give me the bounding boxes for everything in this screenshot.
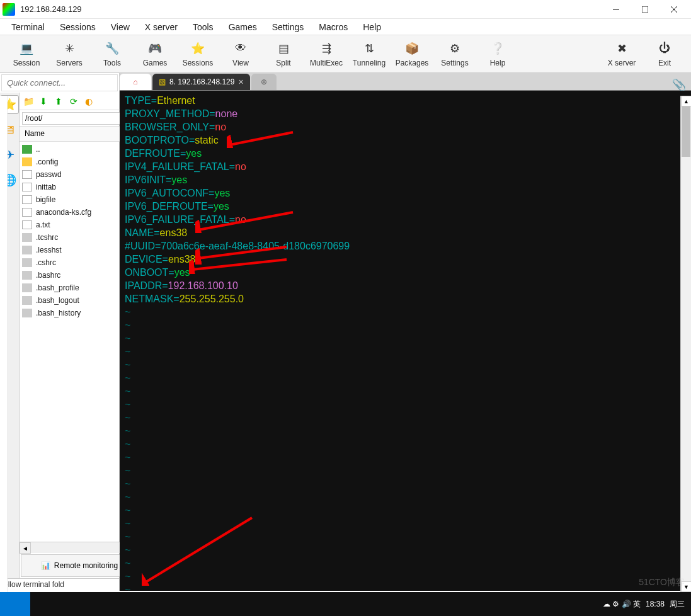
toolbar-exit[interactable]: ⏻Exit: [643, 37, 686, 72]
watermark: 51CTO博客: [639, 577, 685, 588]
download-icon[interactable]: ⬇: [37, 95, 50, 108]
app-icon: [3, 3, 15, 16]
folder-icon[interactable]: 📁: [22, 95, 35, 108]
settings-icon: ⚙: [447, 41, 462, 56]
tab-new[interactable]: ⊕: [251, 74, 277, 90]
clock-time[interactable]: 18:38: [646, 600, 665, 608]
upload-icon[interactable]: ⬆: [52, 95, 65, 108]
maximize-button[interactable]: [631, 0, 660, 19]
servers-icon: ✳: [62, 41, 77, 56]
menu-sessions[interactable]: Sessions: [54, 20, 102, 34]
toolbar-servers[interactable]: ✳Servers: [48, 37, 91, 72]
packages-icon: 📦: [404, 41, 420, 56]
toolbar-packages[interactable]: 📦Packages: [391, 37, 433, 72]
clock-day: 周三: [670, 599, 685, 610]
path-input[interactable]: [22, 112, 123, 125]
status-line: ollow terminal fold: [0, 578, 119, 591]
file-icon: [22, 183, 32, 191]
file-icon: [22, 258, 32, 267]
tab-label: 8. 192.168.248.129: [169, 77, 234, 86]
file-icon: [22, 220, 32, 229]
tunneling-icon: ⇅: [362, 41, 377, 56]
menu-tools[interactable]: Tools: [186, 20, 220, 34]
vertical-scrollbar[interactable]: ▲ ▼: [680, 96, 691, 592]
home-icon: ⌂: [133, 77, 137, 86]
scroll-thumb[interactable]: [682, 106, 690, 157]
minimize-button[interactable]: [602, 0, 631, 19]
sidebar: ⭐ 🖥 ✈ 🌐 📁 ⬇ ⬆ ⟳ ◐ ✓ Name ...configpa: [0, 73, 120, 591]
toolbar-split[interactable]: ▤Split: [262, 37, 305, 72]
toolbar-session[interactable]: 💻Session: [5, 37, 48, 72]
sessions-icon: ⭐: [190, 41, 205, 56]
monitor-icon: 📊: [41, 561, 50, 570]
toolbar-help[interactable]: ❔Help: [476, 37, 519, 72]
folder-icon: [22, 145, 32, 154]
tab-session[interactable]: ▧ 8. 192.168.248.129 ×: [152, 74, 250, 90]
menubar: TerminalSessionsViewX serverToolsGamesSe…: [0, 19, 691, 35]
partial-left-edge: [0, 96, 8, 592]
toolbar-sessions[interactable]: ⭐Sessions: [176, 37, 219, 72]
terminal-icon: ▧: [159, 77, 166, 86]
help-icon: ❔: [490, 41, 505, 56]
start-button[interactable]: [0, 592, 30, 616]
toolbar-multiexec[interactable]: ⇶MultiExec: [305, 37, 348, 72]
toolbar-games[interactable]: 🎮Games: [134, 37, 176, 72]
file-icon: [22, 233, 32, 242]
toolbar-tunneling[interactable]: ⇅Tunneling: [348, 37, 391, 72]
titlebar: 192.168.248.129: [0, 0, 691, 19]
file-icon: [22, 208, 32, 217]
scroll-left-icon[interactable]: ◄: [20, 542, 31, 554]
toolbar-tools[interactable]: 🔧Tools: [91, 37, 134, 72]
toolbar-x-server[interactable]: ✖X server: [600, 37, 643, 72]
menu-macros[interactable]: Macros: [312, 20, 354, 34]
exit-icon: ⏻: [657, 41, 672, 56]
tools-icon: 🔧: [105, 41, 120, 56]
menu-x-server[interactable]: X server: [139, 20, 184, 34]
scroll-up-icon[interactable]: ▲: [681, 96, 691, 106]
refresh-icon[interactable]: ⟳: [67, 95, 80, 108]
file-icon: [22, 296, 32, 305]
close-button[interactable]: [660, 0, 688, 19]
menu-games[interactable]: Games: [222, 20, 263, 34]
quick-connect-input[interactable]: [1, 74, 118, 91]
split-icon: ▤: [276, 41, 291, 56]
new-icon[interactable]: ◐: [83, 95, 95, 108]
svg-rect-1: [642, 6, 648, 13]
menu-help[interactable]: Help: [357, 20, 387, 34]
view-icon: 👁: [233, 41, 248, 56]
tray-icons[interactable]: ☁ ⚙ 🔊 英: [603, 599, 641, 610]
window-title: 192.168.248.129: [20, 4, 602, 14]
attachment-icon[interactable]: 📎: [672, 78, 686, 92]
tab-home[interactable]: ⌂: [120, 74, 151, 90]
tab-bar: ⌂ ▧ 8. 192.168.248.129 × ⊕: [120, 73, 691, 91]
toolbar-view[interactable]: 👁View: [219, 37, 262, 72]
taskbar: ☁ ⚙ 🔊 英 18:38 周三: [0, 592, 691, 616]
file-icon: [22, 170, 32, 179]
toolbar-settings[interactable]: ⚙Settings: [433, 37, 476, 72]
x server-icon: ✖: [614, 41, 629, 56]
file-icon: [22, 271, 32, 280]
multiexec-icon: ⇶: [319, 41, 334, 56]
menu-settings[interactable]: Settings: [266, 20, 311, 34]
file-icon: [22, 246, 32, 254]
file-icon: [22, 283, 32, 292]
games-icon: 🎮: [147, 41, 163, 56]
close-icon[interactable]: ×: [238, 77, 243, 87]
file-icon: [22, 309, 32, 317]
session-icon: 💻: [19, 41, 34, 56]
plus-icon: ⊕: [261, 77, 267, 86]
toolbar: 💻Session✳Servers🔧Tools🎮Games⭐Sessions👁Vi…: [0, 35, 691, 73]
terminal[interactable]: TYPE=Ethernet PROXY_METHOD=none BROWSER_…: [120, 91, 691, 591]
file-icon: [22, 195, 32, 204]
folder-icon: [22, 157, 32, 166]
menu-view[interactable]: View: [105, 20, 136, 34]
menu-terminal[interactable]: Terminal: [5, 20, 51, 34]
